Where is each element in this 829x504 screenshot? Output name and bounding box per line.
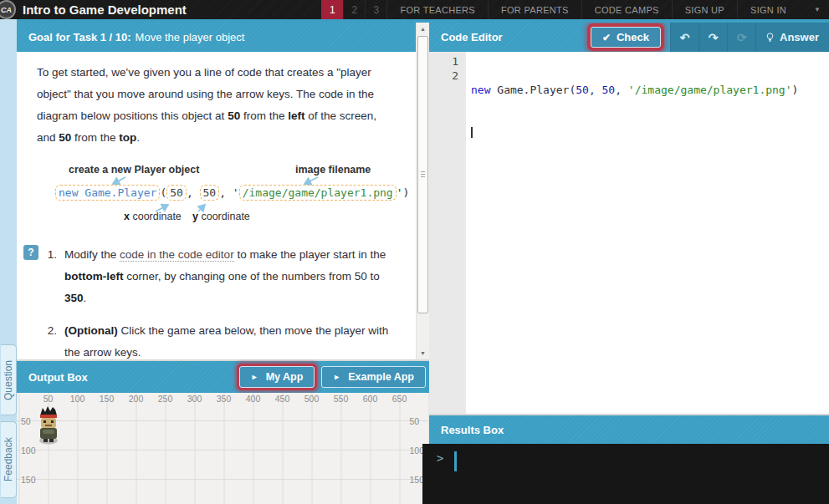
output-header: Output Box ►My App ►Example App xyxy=(17,361,429,393)
intro-text: . xyxy=(136,131,140,144)
nav-link[interactable]: FOR TEACHERS xyxy=(386,0,488,19)
code-editor-header: Code Editor ✔Check ↶ ↷ ⟳ Answer xyxy=(429,23,829,52)
example-app-label: Example App xyxy=(348,371,414,383)
diagram-label-y-bold: y xyxy=(192,211,198,222)
task-list: ? 1. Modify the code in the code editor … xyxy=(37,244,392,359)
diagram-label-x-bold: x xyxy=(124,211,130,222)
task-bold-optional: (Optional) xyxy=(64,324,118,337)
diagram-label-x-coordinate: x coordinate xyxy=(124,211,182,223)
code-avengers-logo-icon[interactable]: CA xyxy=(0,0,16,19)
diagram-token-x: 50 xyxy=(166,185,187,201)
code-diagram: create a new Player object image filenam… xyxy=(37,164,392,227)
redo-button[interactable]: ↷ xyxy=(699,23,727,52)
ruler-tick-label: 100 xyxy=(63,394,92,404)
answer-button-label: Answer xyxy=(780,31,819,43)
task-bold-bottom-left: bottom-left xyxy=(64,270,123,283)
topbar-nav: FOR TEACHERSFOR PARENTSCODE CAMPSSIGN UP… xyxy=(386,0,799,19)
code-editor-tooltip-link[interactable]: code in the code editor xyxy=(120,248,234,262)
intro-text: from the xyxy=(240,109,288,122)
top-nav-bar: CA Intro to Game Development 1 2 3 FOR T… xyxy=(0,0,829,19)
task-item-1: 1. Modify the code in the code editor to… xyxy=(37,244,392,309)
nav-link[interactable]: FOR PARENTS xyxy=(488,0,581,19)
ruler-tick-label: 150 xyxy=(92,394,121,404)
intro-bold-50a: 50 xyxy=(228,109,240,122)
code-keyword: new xyxy=(471,84,490,96)
ruler-tick-label: 600 xyxy=(356,394,385,404)
code-number: 50 xyxy=(576,84,589,96)
intro-bold-left: left xyxy=(288,109,304,122)
step-tab-2[interactable]: 2 xyxy=(343,0,365,19)
app-title: Intro to Game Development xyxy=(23,0,187,19)
code-text: Game.Player( xyxy=(490,84,576,96)
diagram-punct: ') xyxy=(397,186,410,199)
my-app-label: My App xyxy=(266,371,304,383)
code-editor-area[interactable]: 1 2 new Game.Player(50, 50, '/image/game… xyxy=(429,52,829,414)
nav-link[interactable]: SIGN IN xyxy=(737,0,799,19)
example-app-button[interactable]: ►Example App xyxy=(321,366,426,388)
output-panel: Output Box ►My App ►Example App 50100150… xyxy=(17,361,429,504)
goal-panel-header: Goal for Task 1 / 10: Move the player ob… xyxy=(17,23,416,52)
code-text: ) xyxy=(792,84,799,96)
tab-question[interactable]: Question xyxy=(1,344,17,415)
help-question-icon[interactable]: ? xyxy=(23,245,38,260)
console-prompt: > xyxy=(437,451,443,465)
ruler-tick-label: 200 xyxy=(121,394,151,404)
diagram-label-create: create a new Player object xyxy=(69,164,199,176)
player-sprite[interactable] xyxy=(35,405,62,445)
scroll-up-icon[interactable]: ▲ xyxy=(417,23,429,35)
ruler-tick-label: 50 xyxy=(21,406,36,435)
my-app-button[interactable]: ►My App xyxy=(239,366,315,388)
ruler-tick-label: 350 xyxy=(209,394,238,404)
code-text: , xyxy=(589,84,602,96)
code-line-2[interactable] xyxy=(471,125,829,140)
diagram-token-filename: /image/game/player1.png xyxy=(239,185,397,201)
ruler-tick-label: 50 xyxy=(33,394,63,404)
diagram-label-x-rest: coordinate xyxy=(130,211,182,222)
goal-title-rest: Move the player object xyxy=(136,31,245,43)
nav-link[interactable]: CODE CAMPS xyxy=(581,0,672,19)
reset-button[interactable]: ⟳ xyxy=(727,23,755,52)
scrollbar-thumb[interactable] xyxy=(417,36,428,313)
diagram-label-y-rest: coordinate xyxy=(198,211,250,222)
intro-paragraph: To get started, we've given you a line o… xyxy=(37,62,392,149)
nav-link[interactable]: SIGN UP xyxy=(672,0,737,19)
intro-text: from the xyxy=(71,131,119,144)
task-text: Modify the code in the code editor to ma… xyxy=(64,244,392,309)
scrollbar-track[interactable] xyxy=(417,314,429,347)
ruler-tick-label: 500 xyxy=(297,394,326,404)
code-editor-panel: Code Editor ✔Check ↶ ↷ ⟳ Answer 1 2 new … xyxy=(429,19,829,414)
refresh-icon: ⟳ xyxy=(737,31,747,44)
task-text-run: to make the player start in the xyxy=(234,248,386,261)
task-text: (Optional) Click the game area below, th… xyxy=(64,320,392,359)
results-console[interactable]: > xyxy=(429,444,829,504)
code-lines[interactable]: new Game.Player(50, 50, '/image/game/pla… xyxy=(466,52,829,414)
chevron-down-icon[interactable]: ▼ xyxy=(799,0,829,19)
diagram-code-line: new Game.Player(50, 50, '/image/game/pla… xyxy=(55,184,409,202)
undo-button[interactable]: ↶ xyxy=(670,23,699,52)
step-tab-3[interactable]: 3 xyxy=(365,0,386,19)
code-editor-title: Code Editor xyxy=(441,31,581,43)
console-cursor xyxy=(454,451,457,471)
ruler-tick-label: 450 xyxy=(268,394,297,404)
step-tab-1[interactable]: 1 xyxy=(321,0,343,19)
answer-button[interactable]: Answer xyxy=(755,23,829,52)
scroll-down-icon[interactable]: ▼ xyxy=(417,347,429,359)
goal-scrollbar[interactable]: ▲ ▼ xyxy=(416,23,429,359)
game-area[interactable]: 50100150200250300350400450500550600650 5… xyxy=(17,393,429,504)
results-header: Results Box xyxy=(429,415,829,444)
intro-bold-50b: 50 xyxy=(59,131,71,144)
task-number: 1. xyxy=(37,244,57,309)
diagram-label-y-coordinate: y coordinate xyxy=(192,211,250,223)
output-title: Output Box xyxy=(28,371,233,384)
goal-panel-body: To get started, we've given you a line o… xyxy=(17,52,416,359)
task-number: 2. xyxy=(37,320,57,359)
lightbulb-icon xyxy=(766,31,774,44)
topbar-spacer xyxy=(187,0,322,19)
code-line-1[interactable]: new Game.Player(50, 50, '/image/game/pla… xyxy=(471,83,829,97)
ruler-tick-label: 50 xyxy=(409,406,424,435)
ruler-tick-label: 550 xyxy=(326,394,356,404)
ruler-tick-label: 300 xyxy=(180,394,209,404)
tab-feedback[interactable]: Feedback xyxy=(1,421,17,498)
line-number-1: 1 xyxy=(429,54,458,69)
check-button[interactable]: ✔Check xyxy=(591,27,661,48)
